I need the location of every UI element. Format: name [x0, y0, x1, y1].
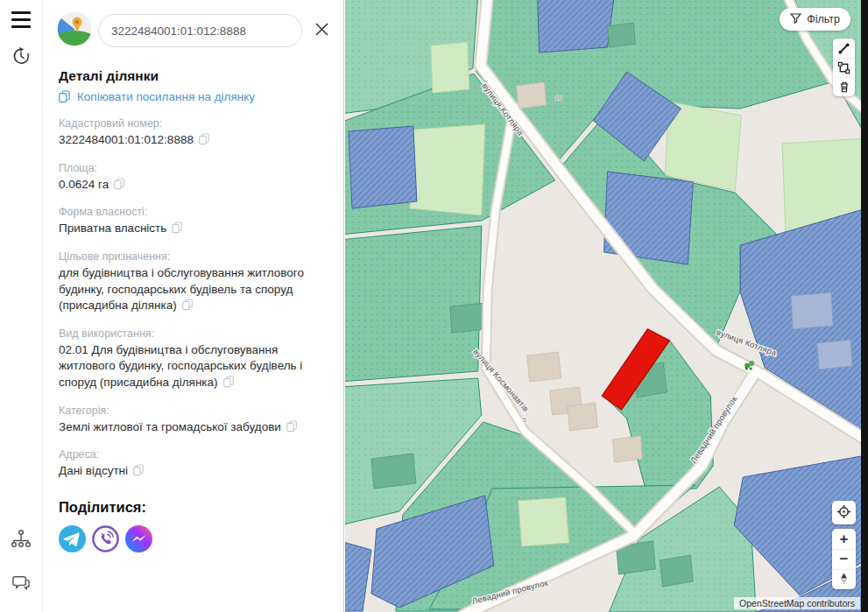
- field-label: Кадастровий номер:: [59, 117, 324, 130]
- compass-icon: [838, 572, 850, 588]
- app-logo[interactable]: [57, 11, 92, 50]
- hierarchy-button[interactable]: [0, 521, 42, 559]
- field-label: Вид використання:: [59, 327, 324, 340]
- panel-title: Деталі ділянки: [59, 68, 324, 84]
- copy-value-icon[interactable]: [199, 133, 209, 151]
- search-input[interactable]: [98, 14, 302, 47]
- copy-value-icon[interactable]: [133, 464, 144, 482]
- copy-value-icon[interactable]: [172, 222, 182, 239]
- chat-icon: [11, 573, 32, 596]
- measure-line-button[interactable]: [833, 39, 855, 58]
- map-attribution: OpenStreetMap contributors: [734, 597, 860, 609]
- copy-icon: [59, 90, 70, 106]
- close-icon: [314, 22, 329, 39]
- left-rail: [0, 0, 43, 612]
- zoom-in-button[interactable]: +: [832, 529, 856, 549]
- sitemap-icon: [11, 528, 32, 552]
- chat-button[interactable]: [0, 565, 42, 603]
- share-telegram-icon[interactable]: [59, 525, 86, 556]
- history-button[interactable]: [0, 39, 42, 77]
- filter-icon: [790, 13, 801, 26]
- filter-button[interactable]: Фільтр: [780, 8, 850, 31]
- copy-value-icon[interactable]: [114, 178, 124, 195]
- field-value: 3222484001:01:012:8888: [59, 133, 194, 146]
- field-label: Форма власності:: [59, 206, 324, 218]
- svg-text:10: 10: [555, 94, 562, 102]
- field-value: Приватна власність: [59, 222, 166, 235]
- field-label: Цільове призначення:: [59, 250, 324, 263]
- geolocate-icon: [836, 504, 851, 522]
- share-title: Поділитися:: [59, 499, 324, 516]
- hamburger-icon: [11, 11, 31, 28]
- parcel-details-panel: Деталі ділянки Копіювати посилання на ді…: [42, 0, 344, 612]
- close-panel-button[interactable]: [310, 19, 333, 42]
- field-address: Адреса: Дані відсутні: [59, 448, 324, 482]
- map-tiles[interactable]: 10 5 вулиця Котляра вулиця Котляра вулиц…: [345, 0, 861, 612]
- copy-value-icon[interactable]: [223, 376, 234, 393]
- field-value: 02.01 Для будівництва і обслуговування ж…: [59, 343, 302, 389]
- field-value: Землі житлової та громадської забудови: [59, 420, 281, 433]
- copy-value-icon[interactable]: [286, 420, 297, 438]
- compass-button[interactable]: [832, 569, 856, 589]
- draw-toolbar: [833, 39, 855, 96]
- field-value: Дані відсутні: [59, 464, 128, 477]
- field-purpose: Цільове призначення: для будівництва і о…: [59, 250, 324, 316]
- copy-value-icon[interactable]: [182, 299, 193, 316]
- field-label: Адреса:: [59, 448, 324, 461]
- draw-polygon-button[interactable]: [833, 58, 855, 77]
- geolocate-button[interactable]: [832, 501, 856, 524]
- delete-drawing-button[interactable]: [833, 77, 855, 96]
- field-use-type: Вид використання: 02.01 Для будівництва …: [59, 327, 324, 393]
- field-area: Площа: 0.0624 га: [59, 162, 324, 195]
- share-messenger-icon[interactable]: [125, 525, 152, 556]
- field-cadastral-number: Кадастровий номер: 3222484001:01:012:888…: [59, 117, 324, 151]
- menu-button[interactable]: [0, 0, 42, 39]
- copy-parcel-link-label: Копіювати посилання на ділянку: [77, 90, 255, 103]
- svg-text:5: 5: [523, 416, 526, 424]
- field-category: Категорія: Землі житлової та громадської…: [59, 404, 324, 438]
- field-label: Категорія:: [59, 404, 324, 417]
- map-canvas[interactable]: 10 5 вулиця Котляра вулиця Котляра вулиц…: [345, 0, 861, 612]
- filter-label: Фільтр: [807, 13, 840, 25]
- copy-parcel-link[interactable]: Копіювати посилання на ділянку: [59, 90, 324, 106]
- zoom-out-button[interactable]: −: [832, 549, 856, 569]
- history-icon: [11, 46, 31, 69]
- field-ownership: Форма власності: Приватна власність: [59, 206, 324, 239]
- share-viber-icon[interactable]: [92, 525, 119, 556]
- right-edge-strip: [861, 0, 868, 612]
- zoom-controls: + −: [832, 529, 856, 589]
- field-value: 0.0624 га: [59, 178, 109, 191]
- field-label: Площа:: [59, 162, 324, 174]
